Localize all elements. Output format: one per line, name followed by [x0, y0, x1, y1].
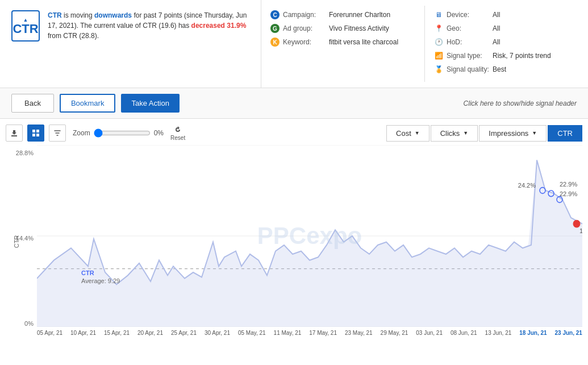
adgroup-row: G Ad group: Vivo Fitness Activity [270, 24, 415, 33]
zoom-value: 0% [154, 129, 164, 137]
info-section: C Campaign: Forerunner Charlton G Ad gro… [261, 0, 588, 88]
keyword-label: Keyword: [283, 38, 326, 46]
device-row: 🖥 Device: All [434, 10, 579, 19]
x-label-11: 03 Jun, 21 [416, 330, 443, 336]
geo-label: Geo: [447, 24, 489, 32]
svg-rect-3 [32, 134, 35, 136]
metric-tab-clicks[interactable]: Clicks ▼ [431, 125, 478, 142]
show-hide-hint[interactable]: Click here to show/hide signal header [464, 99, 577, 107]
svg-rect-4 [36, 134, 39, 136]
clicks-dropdown-arrow: ▼ [463, 130, 468, 136]
hod-value: All [493, 38, 500, 46]
grid-view-button[interactable] [27, 125, 44, 142]
alert-msg-end: from CTR (28.8). [48, 32, 99, 40]
geo-icon: 📍 [434, 24, 443, 33]
x-label-5: 30 Apr, 21 [205, 330, 230, 336]
alert-trend: downwards [94, 11, 132, 19]
keyword-row: K Keyword: fitbit versa lite charcoal [270, 38, 415, 47]
info-col-left: C Campaign: Forerunner Charlton G Ad gro… [261, 6, 425, 82]
metric-ctr-label: CTR [557, 129, 573, 138]
keyword-icon: K [270, 38, 280, 47]
chart-section: Zoom 0% Reset Cost ▼ Clicks ▼ Impression… [0, 119, 588, 338]
hod-label: HoD: [447, 38, 489, 46]
metric-tab-cost[interactable]: Cost ▼ [386, 125, 429, 142]
x-label-9: 23 May, 21 [345, 330, 373, 336]
x-label-3: 20 Apr, 21 [137, 330, 163, 336]
zoom-slider[interactable] [94, 128, 151, 138]
signal-quality-label: Signal quality: [447, 65, 489, 73]
svg-rect-1 [32, 130, 35, 132]
signal-quality-icon: 🏅 [434, 65, 443, 74]
x-label-7: 11 May, 21 [274, 330, 302, 336]
metric-impressions-label: Impressions [489, 129, 528, 138]
back-button[interactable]: Back [11, 94, 54, 113]
campaign-value: Forerunner Charlton [329, 11, 390, 19]
x-label-1: 10 Apr, 21 [70, 330, 96, 336]
svg-point-13 [573, 220, 580, 227]
reset-button[interactable]: Reset [170, 126, 185, 141]
alert-msg-start: is moving [62, 11, 94, 19]
geo-value: All [493, 24, 500, 32]
hod-row: 🕐 HoD: All [434, 38, 579, 47]
alert-box: ▲ CTR CTR is moving downwards for past 7… [0, 0, 261, 88]
metric-cost-label: Cost [396, 129, 411, 138]
adgroup-label: Ad group: [283, 24, 326, 32]
hod-icon: 🕐 [434, 38, 443, 47]
x-label-2: 15 Apr, 21 [104, 330, 130, 336]
metric-tab-ctr[interactable]: CTR [548, 125, 582, 142]
adgroup-icon: G [270, 24, 280, 33]
keyword-value: fitbit versa lite charcoal [329, 38, 398, 46]
cost-dropdown-arrow: ▼ [415, 130, 420, 136]
chart-toolbar: Zoom 0% Reset Cost ▼ Clicks ▼ Impression… [6, 125, 582, 142]
signal-type-value: Risk, 7 points trend [493, 52, 551, 60]
svg-text:22.9%: 22.9% [560, 190, 577, 197]
metric-tab-impressions[interactable]: Impressions ▼ [479, 125, 547, 142]
alert-text: CTR is moving downwards for past 7 point… [48, 10, 249, 41]
filter-button[interactable] [49, 125, 66, 142]
svg-text:19.6%: 19.6% [579, 227, 582, 234]
chart-y-axis: 28.8% 14.4% 0% [6, 145, 37, 338]
campaign-row: C Campaign: Forerunner Charlton [270, 10, 415, 19]
svg-text:22.9%: 22.9% [560, 180, 577, 187]
geo-row: 📍 Geo: All [434, 24, 579, 33]
adgroup-value: Vivo Fitness Activity [329, 24, 389, 32]
signal-type-icon: 📶 [434, 51, 443, 60]
signal-type-row: 📶 Signal type: Risk, 7 points trend [434, 51, 579, 60]
metric-clicks-label: Clicks [440, 129, 460, 138]
x-label-6: 05 May, 21 [238, 330, 266, 336]
x-label-14: 18 Jun, 21 [519, 330, 547, 336]
x-label-4: 25 Apr, 21 [171, 330, 197, 336]
action-bar: Back Bookmark Take Action Click here to … [0, 88, 588, 119]
svg-text:Average: 9.29: Average: 9.29 [81, 277, 120, 284]
header-section: ▲ CTR CTR is moving downwards for past 7… [0, 0, 588, 88]
svg-rect-2 [36, 130, 39, 132]
info-col-right: 🖥 Device: All 📍 Geo: All 🕐 HoD: All 📶 Si… [425, 6, 588, 82]
chart-area: 28.8% 14.4% 0% CTR PPCexpo [6, 145, 582, 338]
take-action-button[interactable]: Take Action [121, 94, 180, 113]
svg-text:CTR: CTR [81, 269, 94, 276]
svg-marker-9 [37, 160, 582, 327]
zoom-group: Zoom 0% [73, 128, 164, 138]
download-button[interactable] [6, 125, 23, 142]
ctr-icon: ▲ CTR [11, 10, 40, 42]
action-bar-buttons: Back Bookmark Take Action [11, 94, 180, 113]
x-label-0: 05 Apr, 21 [37, 330, 62, 336]
device-value: All [493, 11, 500, 19]
y-label-top: 28.8% [16, 150, 34, 156]
x-label-8: 17 May, 21 [309, 330, 337, 336]
campaign-label: Campaign: [283, 11, 326, 19]
signal-quality-row: 🏅 Signal quality: Best [434, 65, 579, 74]
campaign-icon: C [270, 10, 280, 19]
chart-x-labels: 05 Apr, 21 10 Apr, 21 15 Apr, 21 20 Apr,… [37, 327, 582, 338]
reset-label: Reset [170, 135, 185, 141]
alert-change: decreased 31.9% [191, 22, 247, 30]
chart-svg: 24.2% 22.9% 22.9% 19.6% CTR Average: 9.2… [37, 145, 582, 327]
signal-type-label: Signal type: [447, 52, 489, 60]
x-label-15: 23 Jun, 21 [555, 330, 582, 336]
device-label: Device: [447, 11, 489, 19]
x-label-12: 08 Jun, 21 [451, 330, 477, 336]
signal-quality-value: Best [493, 65, 506, 73]
ctr-icon-label: CTR [12, 23, 38, 35]
bookmark-button[interactable]: Bookmark [60, 94, 116, 113]
zoom-label: Zoom [73, 129, 90, 137]
